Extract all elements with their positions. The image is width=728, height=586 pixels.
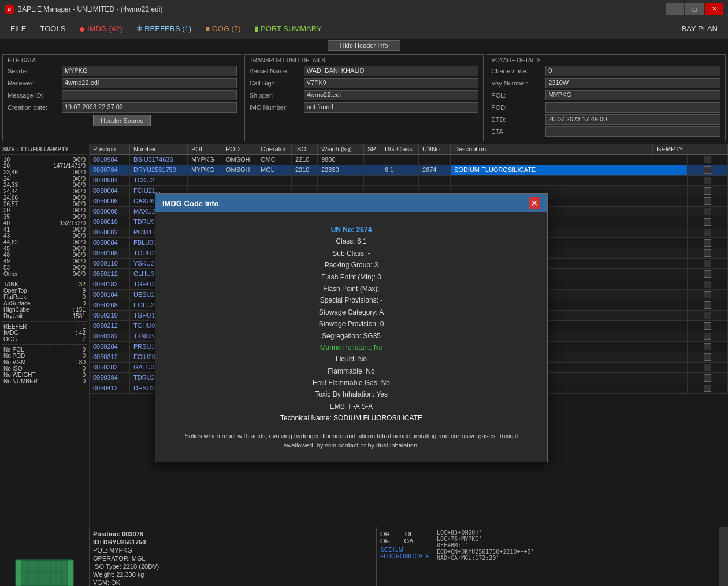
td-position[interactable]: 0050212 <box>90 321 130 331</box>
td-position[interactable]: 0050282 <box>90 331 130 341</box>
td-number[interactable]: TGHU0... <box>130 321 188 331</box>
td-position[interactable]: 0050006 <box>90 196 130 206</box>
pol-value[interactable]: MYPKG <box>545 90 720 100</box>
table-row[interactable]: 0050108 TGHU2... <box>90 248 728 259</box>
td-number[interactable]: TGHU2... <box>130 248 188 258</box>
td-number[interactable]: FBLU30... <box>130 238 188 248</box>
empty-checkbox[interactable] <box>704 260 711 267</box>
table-row[interactable]: 0050008 MAXU2... <box>90 207 728 217</box>
receiver-value[interactable]: 4wmo22.edi <box>62 78 237 88</box>
table-row[interactable]: 0050282 TTNU3... <box>90 331 728 342</box>
close-button[interactable]: ✕ <box>705 3 723 15</box>
table-row[interactable]: 0030784 DRYU2561750 MYPKG OMSOH MGL 2210… <box>90 165 728 176</box>
td-position[interactable]: 0050084 <box>90 238 130 248</box>
vessel-name-value[interactable]: WADI BANI KHALID <box>304 66 479 76</box>
menu-reefers[interactable]: ❄ REEFERS (1) <box>131 22 198 35</box>
td-number[interactable]: TGHU2... <box>130 279 188 289</box>
empty-checkbox[interactable] <box>704 322 711 330</box>
eta-value[interactable] <box>545 126 720 137</box>
menu-file[interactable]: FILE <box>5 22 32 35</box>
table-row[interactable]: 0050184 UESU2... <box>90 290 728 300</box>
empty-checkbox[interactable] <box>704 385 711 392</box>
td-number[interactable]: EOLU2... <box>130 300 188 310</box>
empty-checkbox[interactable] <box>704 364 711 371</box>
table-row[interactable]: 0050284 PRSU1... <box>90 342 728 352</box>
td-position[interactable]: 0050010 <box>90 217 130 227</box>
td-position[interactable]: 0050412 <box>90 383 130 393</box>
right-scrollbar[interactable] <box>719 527 728 586</box>
td-position[interactable]: 0050110 <box>90 259 130 268</box>
td-position[interactable]: 0050108 <box>90 248 130 258</box>
td-number[interactable]: PCIU12... <box>130 227 188 237</box>
td-number[interactable]: CAXU6... <box>130 196 188 206</box>
td-position[interactable]: 0050382 <box>90 363 130 372</box>
table-row[interactable]: 0050004 FCIU21... <box>90 186 728 196</box>
empty-checkbox[interactable] <box>704 374 711 382</box>
table-row[interactable]: 0050082 PCIU12... <box>90 227 728 238</box>
td-position[interactable]: 0050384 <box>90 373 130 383</box>
td-number[interactable]: GATU0... <box>130 363 188 372</box>
empty-checkbox[interactable] <box>704 301 711 309</box>
td-position[interactable]: 0050082 <box>90 227 130 237</box>
menu-imdg[interactable]: ◆ IMDG (42) <box>73 22 128 35</box>
td-number[interactable]: MAXU2... <box>130 207 188 217</box>
table-row[interactable]: 0050010 TDRU9... <box>90 217 728 227</box>
charter-value[interactable]: 0 <box>545 66 720 76</box>
menu-oog[interactable]: ■ OOG (7) <box>199 22 246 35</box>
td-number[interactable]: PRSU1... <box>130 342 188 352</box>
td-number[interactable]: YSKU2... <box>130 259 188 268</box>
empty-checkbox[interactable] <box>704 197 711 205</box>
empty-checkbox[interactable] <box>704 353 711 361</box>
table-row[interactable]: 0050110 YSKU2... <box>90 259 728 269</box>
table-row[interactable]: 0010984 BSIU3174636 MYPKG OMSOH OMC 2210… <box>90 155 728 165</box>
table-row[interactable]: 0050182 TGHU2... <box>90 279 728 290</box>
table-row[interactable]: 0050412 DESU2... <box>90 383 728 394</box>
call-sign-value[interactable]: V7PK9 <box>304 78 479 88</box>
empty-checkbox[interactable] <box>704 270 711 278</box>
td-number[interactable]: FCIU21... <box>130 186 188 196</box>
maximize-button[interactable]: □ <box>685 3 704 15</box>
td-position[interactable]: 0050182 <box>90 279 130 289</box>
empty-checkbox[interactable] <box>704 229 711 236</box>
table-row[interactable]: 0050210 TGHU1... <box>90 311 728 321</box>
hide-header-button[interactable]: Hide Header Info <box>328 40 400 51</box>
table-row[interactable]: 0050208 EOLU2... <box>90 300 728 311</box>
table-row[interactable]: 0050112 CLHU3... <box>90 269 728 279</box>
td-number[interactable]: UESU2... <box>130 290 188 300</box>
menu-tools[interactable]: TOOLS <box>34 22 71 35</box>
table-row[interactable]: 0050006 CAXU6... <box>90 196 728 207</box>
td-position[interactable]: 0050312 <box>90 352 130 362</box>
shipper-value[interactable]: 4wmo22.edi <box>304 90 479 100</box>
td-position[interactable]: 0050112 <box>90 269 130 279</box>
td-position[interactable]: 0050208 <box>90 300 130 310</box>
td-position[interactable]: 0030784 <box>90 165 130 175</box>
empty-checkbox[interactable] <box>704 208 711 215</box>
table-row[interactable]: 0050212 TGHU0... <box>90 321 728 331</box>
empty-checkbox[interactable] <box>704 218 711 226</box>
empty-checkbox[interactable] <box>704 291 711 298</box>
td-position[interactable]: 0050004 <box>90 186 130 196</box>
empty-checkbox[interactable] <box>704 333 711 340</box>
menu-bay-plan[interactable]: BAY PLAN <box>676 22 723 35</box>
empty-checkbox[interactable] <box>704 187 711 195</box>
table-row[interactable]: 0050384 TDRU2... <box>90 373 728 383</box>
td-position[interactable]: 0010984 <box>90 155 130 165</box>
td-number[interactable]: TGHU1... <box>130 311 188 320</box>
empty-checkbox[interactable] <box>704 166 711 174</box>
td-position[interactable]: 0050210 <box>90 311 130 320</box>
table-body[interactable]: 0010984 BSIU3174636 MYPKG OMSOH OMC 2210… <box>90 155 728 438</box>
td-number[interactable]: TDRU9... <box>130 217 188 227</box>
empty-checkbox[interactable] <box>704 239 711 247</box>
table-row[interactable]: 0050084 FBLU30... <box>90 238 728 248</box>
pod-value[interactable] <box>545 102 720 113</box>
td-position[interactable]: 0030984 <box>90 176 130 185</box>
creation-date-value[interactable]: 19.07.2023 22:37:00 <box>62 102 237 113</box>
td-position[interactable]: 0050284 <box>90 342 130 352</box>
minimize-button[interactable]: — <box>666 3 684 15</box>
menu-port-summary[interactable]: ▮ PORT SUMMARY <box>248 22 327 35</box>
etd-value[interactable]: 20.07.2023 17:49:00 <box>545 114 720 125</box>
empty-checkbox[interactable] <box>704 281 711 288</box>
header-source-button[interactable]: Header Source <box>93 115 151 126</box>
td-number[interactable]: TDRU2... <box>130 373 188 383</box>
td-number[interactable]: FCIU20... <box>130 352 188 362</box>
